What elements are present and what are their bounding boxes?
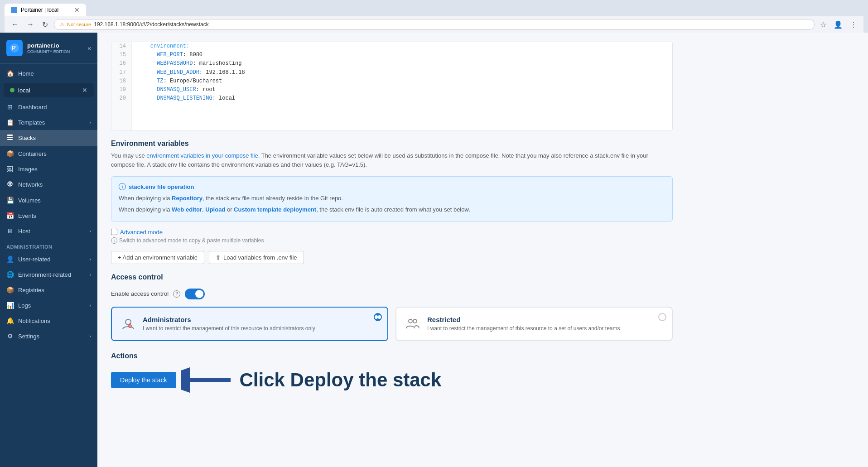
- env-status-dot: [10, 88, 14, 92]
- sidebar-item-label-host: Host: [18, 228, 30, 235]
- add-env-variable-btn[interactable]: + Add an environment variable: [111, 251, 204, 264]
- code-line-15: 15 WEB_PORT: 8080: [111, 51, 672, 59]
- back-btn[interactable]: ←: [9, 19, 21, 29]
- sidebar-item-host[interactable]: 🖥 Host ›: [0, 223, 97, 239]
- sidebar-item-logs[interactable]: 📊 Logs ›: [0, 298, 97, 313]
- code-line-18: 18 TZ: Europe/Bucharest: [111, 77, 672, 86]
- user-related-icon: 👤: [6, 255, 14, 263]
- user-related-chevron: ›: [89, 256, 91, 262]
- hint-icon: i: [111, 237, 117, 244]
- administrators-icon: [120, 316, 136, 332]
- advanced-mode-toggle[interactable]: Advanced mode: [111, 229, 673, 236]
- repo-link[interactable]: Repository: [172, 195, 203, 202]
- sidebar-item-settings[interactable]: ⚙ Settings ›: [0, 328, 97, 344]
- forward-btn[interactable]: →: [24, 19, 36, 29]
- browser-chrome: Portainer | local ✕ ← → ↻ ⚠ Not secure 1…: [0, 0, 868, 33]
- sidebar-item-notifications[interactable]: 🔔 Notifications: [0, 313, 97, 328]
- registries-icon: 📦: [6, 286, 14, 294]
- sidebar-item-label-networks: Networks: [18, 181, 43, 188]
- access-card-administrators[interactable]: Administrators I want to restrict the ma…: [111, 307, 388, 341]
- env-variables-title: Environment variables: [111, 140, 673, 148]
- load-env-file-btn[interactable]: ⇧ Load variables from .env file: [209, 251, 304, 264]
- events-icon: 📅: [6, 212, 14, 219]
- code-line-16: 16 WEBPASSWORD: mariushosting: [111, 59, 672, 68]
- web-editor-link[interactable]: Web editor: [172, 206, 202, 213]
- upload-link[interactable]: Upload: [205, 206, 225, 213]
- administrators-card-desc: I want to restrict the management of thi…: [143, 325, 379, 332]
- tab-title: Portainer | local: [21, 7, 58, 13]
- deploy-stack-btn[interactable]: Deploy the stack: [111, 372, 176, 388]
- info-circle-access: ?: [173, 290, 180, 298]
- access-control-section: Access control Enable access control ?: [111, 273, 673, 341]
- not-secure-label: Not secure: [67, 22, 91, 27]
- toggle-slider: [185, 289, 205, 299]
- sidebar-item-label-home: Home: [18, 70, 34, 77]
- annotation-arrow: [181, 366, 235, 394]
- host-icon: 🖥: [6, 227, 14, 235]
- browser-toolbar: ← → ↻ ⚠ Not secure 192.168.1.18:9000/#!/…: [5, 16, 863, 33]
- reload-btn[interactable]: ↻: [40, 19, 50, 30]
- sidebar-item-label-volumes: Volumes: [18, 197, 41, 204]
- svg-point-10: [409, 319, 412, 323]
- access-control-title: Access control: [111, 273, 673, 281]
- sidebar-item-home[interactable]: 🏠 Home: [0, 66, 97, 81]
- upload-icon: ⇧: [216, 254, 221, 261]
- menu-btn[interactable]: ⋮: [848, 19, 859, 30]
- sidebar-item-images[interactable]: 🖼 Images: [0, 161, 97, 177]
- profile-btn[interactable]: 👤: [832, 19, 844, 30]
- restricted-card-body: Restricted I want to restrict the manage…: [427, 316, 664, 332]
- logo-icon: P: [6, 40, 23, 56]
- info-circle-icon: i: [119, 183, 126, 190]
- stackenv-info-box: i stack.env file operation When deployin…: [111, 176, 673, 221]
- env-related-icon: 🌐: [6, 271, 14, 278]
- volumes-icon: 💾: [6, 197, 14, 204]
- code-line-blank: [111, 103, 672, 130]
- svg-point-11: [413, 319, 417, 323]
- sidebar-item-networks[interactable]: Networks: [0, 177, 97, 193]
- advanced-mode-checkbox[interactable]: [111, 229, 117, 235]
- main-content: 14 environment: 15 WEB_PORT: 8080 16 WEB…: [97, 33, 868, 467]
- env-variables-desc: You may use environment variables in you…: [111, 151, 673, 169]
- env-close-btn[interactable]: ✕: [82, 87, 87, 94]
- svg-text:P: P: [12, 44, 16, 51]
- logs-icon: 📊: [6, 302, 14, 309]
- info-line1: When deploying via Repository, the stack…: [119, 194, 665, 203]
- sidebar-item-label-templates: Templates: [18, 119, 45, 126]
- sidebar-item-registries[interactable]: 📦 Registries: [0, 282, 97, 298]
- tab-close-btn[interactable]: ✕: [74, 6, 80, 14]
- address-bar[interactable]: ⚠ Not secure 192.168.1.18:9000/#!/2/dock…: [54, 19, 815, 30]
- svg-rect-3: [7, 137, 13, 138]
- app-layout: P portainer.io COMMUNITY EDITION « 🏠 Hom…: [0, 33, 868, 467]
- containers-icon: 📦: [6, 150, 14, 157]
- svg-rect-2: [7, 135, 13, 136]
- code-line-14: 14 environment:: [111, 42, 672, 51]
- sidebar-item-stacks[interactable]: Stacks: [0, 130, 97, 146]
- enable-access-label: Enable access control: [111, 290, 169, 297]
- sidebar-item-dashboard[interactable]: ⊞ Dashboard: [0, 99, 97, 115]
- custom-template-link[interactable]: Custom template deployment: [234, 206, 316, 213]
- browser-tab[interactable]: Portainer | local ✕: [5, 4, 86, 16]
- access-card-restricted[interactable]: Restricted I want to restrict the manage…: [395, 307, 673, 341]
- restricted-card-desc: I want to restrict the management of thi…: [427, 325, 664, 332]
- code-line-17: 17 WEB_BIND_ADDR: 192.168.1.18: [111, 68, 672, 77]
- annotation-container: Deploy the stack Click Deploy the stack: [111, 366, 673, 394]
- sidebar-item-label-env-related: Environment-related: [18, 271, 71, 278]
- url-input[interactable]: 192.168.1.18:9000/#!/2/docker/stacks/new…: [94, 21, 809, 28]
- sidebar-collapse-btn[interactable]: «: [87, 44, 91, 52]
- sidebar-item-volumes[interactable]: 💾 Volumes: [0, 193, 97, 208]
- sidebar-item-label-logs: Logs: [18, 302, 31, 309]
- bookmark-btn[interactable]: ☆: [818, 19, 828, 30]
- sidebar: P portainer.io COMMUNITY EDITION « 🏠 Hom…: [0, 33, 97, 467]
- env-link[interactable]: environment variables in your compose fi…: [146, 152, 258, 159]
- admin-section-label: Administration: [0, 239, 97, 251]
- code-area[interactable]: 14 environment: 15 WEB_PORT: 8080 16 WEB…: [111, 42, 672, 130]
- sidebar-item-containers[interactable]: 📦 Containers: [0, 146, 97, 161]
- sidebar-item-templates[interactable]: 📋 Templates ›: [0, 115, 97, 130]
- access-control-toggle[interactable]: [185, 289, 205, 299]
- access-cards-container: Administrators I want to restrict the ma…: [111, 307, 673, 341]
- sidebar-item-env-related[interactable]: 🌐 Environment-related ›: [0, 267, 97, 282]
- advanced-mode-hint-text: Switch to advanced mode to copy & paste …: [119, 237, 264, 244]
- sidebar-item-events[interactable]: 📅 Events: [0, 208, 97, 223]
- sidebar-item-user-related[interactable]: 👤 User-related ›: [0, 251, 97, 267]
- actions-title: Actions: [111, 352, 673, 360]
